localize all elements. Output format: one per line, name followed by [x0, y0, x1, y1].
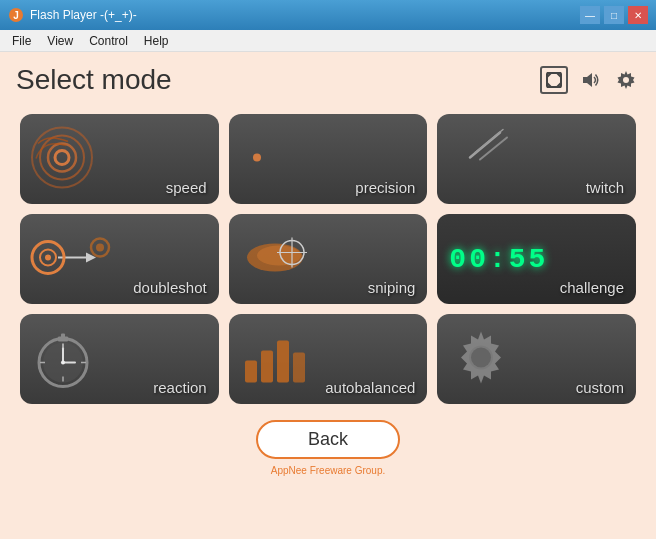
- custom-illustration: [445, 322, 517, 397]
- precision-illustration: [237, 138, 277, 181]
- svg-point-36: [61, 361, 65, 365]
- fullscreen-icon: [545, 71, 563, 89]
- volume-button[interactable]: [576, 66, 604, 94]
- fullscreen-button[interactable]: [540, 66, 568, 94]
- settings-button[interactable]: [612, 66, 640, 94]
- menu-help[interactable]: Help: [136, 32, 177, 50]
- svg-line-12: [480, 138, 507, 160]
- mode-speed-button[interactable]: speed: [20, 114, 219, 204]
- challenge-timer: 00:55: [449, 244, 548, 275]
- svg-rect-38: [261, 351, 273, 383]
- svg-rect-37: [245, 361, 257, 383]
- mode-autobalanced-button[interactable]: autobalanced: [229, 314, 428, 404]
- bottom-area: Back AppNee Freeware Group.: [16, 420, 640, 476]
- app-content: Select mode: [0, 52, 656, 539]
- doubleshot-illustration: [28, 223, 118, 296]
- mode-doubleshot-label: doubleshot: [133, 279, 206, 296]
- header-row: Select mode: [16, 64, 640, 96]
- svg-point-9: [55, 151, 69, 165]
- footer-text: AppNee Freeware Group.: [271, 465, 386, 476]
- svg-rect-40: [293, 353, 305, 383]
- twitch-illustration: [445, 128, 525, 191]
- svg-point-10: [253, 154, 261, 162]
- title-bar-controls: — □ ✕: [580, 6, 648, 24]
- svg-point-18: [45, 255, 51, 261]
- autobalanced-illustration: [237, 323, 317, 396]
- header-icons: [540, 66, 640, 94]
- mode-reaction-button[interactable]: reaction: [20, 314, 219, 404]
- svg-point-8: [48, 144, 76, 172]
- mode-sniping-button[interactable]: sniping: [229, 214, 428, 304]
- svg-point-22: [257, 246, 301, 266]
- gear-icon: [615, 69, 637, 91]
- mode-reaction-label: reaction: [153, 379, 206, 396]
- svg-text:J: J: [13, 10, 19, 21]
- menu-view[interactable]: View: [39, 32, 81, 50]
- challenge-illustration: 00:55: [445, 244, 548, 275]
- svg-point-42: [471, 348, 491, 368]
- reaction-illustration: [28, 323, 98, 396]
- svg-point-7: [40, 136, 84, 180]
- menu-bar: File View Control Help: [0, 30, 656, 52]
- minimize-button[interactable]: —: [580, 6, 600, 24]
- mode-precision-label: precision: [355, 179, 415, 196]
- page-title: Select mode: [16, 64, 172, 96]
- mode-autobalanced-label: autobalanced: [325, 379, 415, 396]
- menu-file[interactable]: File: [4, 32, 39, 50]
- back-button[interactable]: Back: [256, 420, 400, 459]
- mode-sniping-label: sniping: [368, 279, 416, 296]
- mode-twitch-label: twitch: [586, 179, 624, 196]
- mode-doubleshot-button[interactable]: doubleshot: [20, 214, 219, 304]
- mode-speed-label: speed: [166, 179, 207, 196]
- modes-grid: speed precision twitch: [16, 110, 640, 408]
- app-icon: J: [8, 7, 24, 23]
- maximize-button[interactable]: □: [604, 6, 624, 24]
- svg-rect-29: [61, 334, 65, 339]
- mode-twitch-button[interactable]: twitch: [437, 114, 636, 204]
- volume-icon: [579, 69, 601, 91]
- svg-line-13: [475, 130, 503, 153]
- svg-rect-39: [277, 341, 289, 383]
- close-button[interactable]: ✕: [628, 6, 648, 24]
- menu-control[interactable]: Control: [81, 32, 136, 50]
- svg-point-20: [96, 244, 104, 252]
- svg-point-5: [623, 77, 629, 83]
- window-title: Flash Player -(+_+)-: [30, 8, 137, 22]
- mode-custom-button[interactable]: custom: [437, 314, 636, 404]
- mode-challenge-button[interactable]: 00:55 challenge: [437, 214, 636, 304]
- mode-custom-label: custom: [576, 379, 624, 396]
- title-bar: J Flash Player -(+_+)- — □ ✕: [0, 0, 656, 30]
- mode-challenge-label: challenge: [560, 279, 624, 296]
- svg-marker-3: [583, 73, 592, 87]
- sniping-illustration: [237, 223, 327, 296]
- title-bar-left: J Flash Player -(+_+)-: [8, 7, 137, 23]
- speed-illustration: [28, 124, 96, 195]
- mode-precision-button[interactable]: precision: [229, 114, 428, 204]
